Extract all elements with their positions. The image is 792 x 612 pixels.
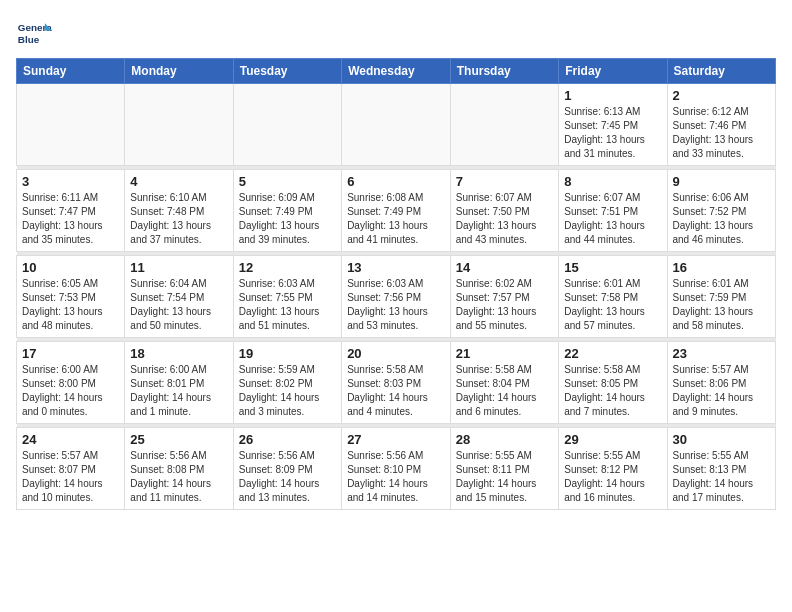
day-info: Sunrise: 5:58 AM Sunset: 8:04 PM Dayligh… bbox=[456, 363, 553, 419]
day-info: Sunrise: 6:09 AM Sunset: 7:49 PM Dayligh… bbox=[239, 191, 336, 247]
weekday-header: Wednesday bbox=[342, 59, 451, 84]
day-number: 8 bbox=[564, 174, 661, 189]
calendar-cell: 25Sunrise: 5:56 AM Sunset: 8:08 PM Dayli… bbox=[125, 428, 233, 510]
day-number: 25 bbox=[130, 432, 227, 447]
day-number: 15 bbox=[564, 260, 661, 275]
day-number: 23 bbox=[673, 346, 771, 361]
calendar-cell bbox=[342, 84, 451, 166]
day-info: Sunrise: 5:57 AM Sunset: 8:06 PM Dayligh… bbox=[673, 363, 771, 419]
calendar-cell: 14Sunrise: 6:02 AM Sunset: 7:57 PM Dayli… bbox=[450, 256, 558, 338]
day-number: 1 bbox=[564, 88, 661, 103]
calendar-cell: 29Sunrise: 5:55 AM Sunset: 8:12 PM Dayli… bbox=[559, 428, 667, 510]
calendar-cell: 11Sunrise: 6:04 AM Sunset: 7:54 PM Dayli… bbox=[125, 256, 233, 338]
calendar-week-row: 1Sunrise: 6:13 AM Sunset: 7:45 PM Daylig… bbox=[17, 84, 776, 166]
calendar-cell: 30Sunrise: 5:55 AM Sunset: 8:13 PM Dayli… bbox=[667, 428, 776, 510]
calendar-table: SundayMondayTuesdayWednesdayThursdayFrid… bbox=[16, 58, 776, 510]
page-header: General Blue bbox=[16, 16, 776, 52]
calendar-cell bbox=[17, 84, 125, 166]
weekday-header: Sunday bbox=[17, 59, 125, 84]
day-number: 11 bbox=[130, 260, 227, 275]
day-number: 10 bbox=[22, 260, 119, 275]
day-info: Sunrise: 6:07 AM Sunset: 7:51 PM Dayligh… bbox=[564, 191, 661, 247]
calendar-cell bbox=[450, 84, 558, 166]
day-info: Sunrise: 6:03 AM Sunset: 7:56 PM Dayligh… bbox=[347, 277, 445, 333]
logo-icon: General Blue bbox=[16, 16, 52, 52]
day-number: 24 bbox=[22, 432, 119, 447]
calendar-cell: 27Sunrise: 5:56 AM Sunset: 8:10 PM Dayli… bbox=[342, 428, 451, 510]
calendar-cell: 12Sunrise: 6:03 AM Sunset: 7:55 PM Dayli… bbox=[233, 256, 341, 338]
calendar-cell bbox=[125, 84, 233, 166]
day-info: Sunrise: 6:06 AM Sunset: 7:52 PM Dayligh… bbox=[673, 191, 771, 247]
calendar-cell: 3Sunrise: 6:11 AM Sunset: 7:47 PM Daylig… bbox=[17, 170, 125, 252]
day-number: 7 bbox=[456, 174, 553, 189]
calendar-cell: 18Sunrise: 6:00 AM Sunset: 8:01 PM Dayli… bbox=[125, 342, 233, 424]
day-number: 21 bbox=[456, 346, 553, 361]
day-number: 30 bbox=[673, 432, 771, 447]
day-info: Sunrise: 6:02 AM Sunset: 7:57 PM Dayligh… bbox=[456, 277, 553, 333]
calendar-cell: 8Sunrise: 6:07 AM Sunset: 7:51 PM Daylig… bbox=[559, 170, 667, 252]
day-number: 9 bbox=[673, 174, 771, 189]
day-number: 12 bbox=[239, 260, 336, 275]
day-number: 28 bbox=[456, 432, 553, 447]
calendar-cell: 19Sunrise: 5:59 AM Sunset: 8:02 PM Dayli… bbox=[233, 342, 341, 424]
calendar-cell: 20Sunrise: 5:58 AM Sunset: 8:03 PM Dayli… bbox=[342, 342, 451, 424]
calendar-cell: 21Sunrise: 5:58 AM Sunset: 8:04 PM Dayli… bbox=[450, 342, 558, 424]
day-number: 13 bbox=[347, 260, 445, 275]
day-number: 27 bbox=[347, 432, 445, 447]
day-info: Sunrise: 6:00 AM Sunset: 8:00 PM Dayligh… bbox=[22, 363, 119, 419]
calendar-cell: 1Sunrise: 6:13 AM Sunset: 7:45 PM Daylig… bbox=[559, 84, 667, 166]
day-info: Sunrise: 5:57 AM Sunset: 8:07 PM Dayligh… bbox=[22, 449, 119, 505]
day-number: 5 bbox=[239, 174, 336, 189]
day-number: 3 bbox=[22, 174, 119, 189]
day-info: Sunrise: 6:03 AM Sunset: 7:55 PM Dayligh… bbox=[239, 277, 336, 333]
day-info: Sunrise: 6:07 AM Sunset: 7:50 PM Dayligh… bbox=[456, 191, 553, 247]
day-number: 26 bbox=[239, 432, 336, 447]
calendar-week-row: 3Sunrise: 6:11 AM Sunset: 7:47 PM Daylig… bbox=[17, 170, 776, 252]
day-info: Sunrise: 5:58 AM Sunset: 8:03 PM Dayligh… bbox=[347, 363, 445, 419]
calendar-cell: 6Sunrise: 6:08 AM Sunset: 7:49 PM Daylig… bbox=[342, 170, 451, 252]
calendar-cell: 4Sunrise: 6:10 AM Sunset: 7:48 PM Daylig… bbox=[125, 170, 233, 252]
day-info: Sunrise: 5:55 AM Sunset: 8:11 PM Dayligh… bbox=[456, 449, 553, 505]
calendar-cell: 16Sunrise: 6:01 AM Sunset: 7:59 PM Dayli… bbox=[667, 256, 776, 338]
day-info: Sunrise: 5:56 AM Sunset: 8:10 PM Dayligh… bbox=[347, 449, 445, 505]
day-info: Sunrise: 6:12 AM Sunset: 7:46 PM Dayligh… bbox=[673, 105, 771, 161]
day-info: Sunrise: 6:01 AM Sunset: 7:58 PM Dayligh… bbox=[564, 277, 661, 333]
day-info: Sunrise: 6:13 AM Sunset: 7:45 PM Dayligh… bbox=[564, 105, 661, 161]
day-info: Sunrise: 6:11 AM Sunset: 7:47 PM Dayligh… bbox=[22, 191, 119, 247]
weekday-header: Saturday bbox=[667, 59, 776, 84]
day-info: Sunrise: 5:55 AM Sunset: 8:12 PM Dayligh… bbox=[564, 449, 661, 505]
calendar-cell: 17Sunrise: 6:00 AM Sunset: 8:00 PM Dayli… bbox=[17, 342, 125, 424]
calendar-cell: 15Sunrise: 6:01 AM Sunset: 7:58 PM Dayli… bbox=[559, 256, 667, 338]
day-number: 16 bbox=[673, 260, 771, 275]
day-number: 29 bbox=[564, 432, 661, 447]
calendar-cell: 26Sunrise: 5:56 AM Sunset: 8:09 PM Dayli… bbox=[233, 428, 341, 510]
day-info: Sunrise: 6:05 AM Sunset: 7:53 PM Dayligh… bbox=[22, 277, 119, 333]
svg-text:Blue: Blue bbox=[18, 34, 40, 45]
day-number: 4 bbox=[130, 174, 227, 189]
calendar-week-row: 17Sunrise: 6:00 AM Sunset: 8:00 PM Dayli… bbox=[17, 342, 776, 424]
day-number: 2 bbox=[673, 88, 771, 103]
calendar-cell: 7Sunrise: 6:07 AM Sunset: 7:50 PM Daylig… bbox=[450, 170, 558, 252]
day-info: Sunrise: 6:01 AM Sunset: 7:59 PM Dayligh… bbox=[673, 277, 771, 333]
weekday-header-row: SundayMondayTuesdayWednesdayThursdayFrid… bbox=[17, 59, 776, 84]
weekday-header: Friday bbox=[559, 59, 667, 84]
day-info: Sunrise: 5:59 AM Sunset: 8:02 PM Dayligh… bbox=[239, 363, 336, 419]
calendar-cell: 9Sunrise: 6:06 AM Sunset: 7:52 PM Daylig… bbox=[667, 170, 776, 252]
day-info: Sunrise: 6:10 AM Sunset: 7:48 PM Dayligh… bbox=[130, 191, 227, 247]
day-info: Sunrise: 6:04 AM Sunset: 7:54 PM Dayligh… bbox=[130, 277, 227, 333]
calendar-week-row: 24Sunrise: 5:57 AM Sunset: 8:07 PM Dayli… bbox=[17, 428, 776, 510]
calendar-cell: 10Sunrise: 6:05 AM Sunset: 7:53 PM Dayli… bbox=[17, 256, 125, 338]
day-info: Sunrise: 6:08 AM Sunset: 7:49 PM Dayligh… bbox=[347, 191, 445, 247]
calendar-cell bbox=[233, 84, 341, 166]
day-number: 20 bbox=[347, 346, 445, 361]
calendar-cell: 28Sunrise: 5:55 AM Sunset: 8:11 PM Dayli… bbox=[450, 428, 558, 510]
calendar-cell: 24Sunrise: 5:57 AM Sunset: 8:07 PM Dayli… bbox=[17, 428, 125, 510]
logo: General Blue bbox=[16, 16, 52, 52]
day-number: 19 bbox=[239, 346, 336, 361]
day-info: Sunrise: 5:56 AM Sunset: 8:08 PM Dayligh… bbox=[130, 449, 227, 505]
calendar-cell: 23Sunrise: 5:57 AM Sunset: 8:06 PM Dayli… bbox=[667, 342, 776, 424]
weekday-header: Tuesday bbox=[233, 59, 341, 84]
weekday-header: Monday bbox=[125, 59, 233, 84]
calendar-cell: 5Sunrise: 6:09 AM Sunset: 7:49 PM Daylig… bbox=[233, 170, 341, 252]
day-number: 17 bbox=[22, 346, 119, 361]
